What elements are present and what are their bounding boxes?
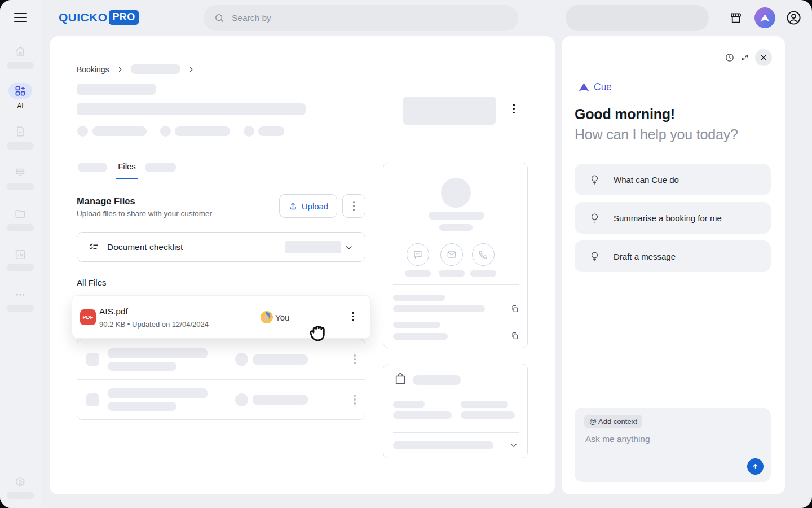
- chip-skeleton: [244, 126, 254, 137]
- sidebar-skeleton: [7, 142, 34, 150]
- file-row-skeleton[interactable]: [77, 339, 365, 379]
- chevron-right-icon: [117, 66, 123, 73]
- file-name-skeleton: [108, 348, 208, 358]
- copy-button[interactable]: [510, 304, 519, 313]
- contact-divider: [393, 284, 519, 285]
- message-action-button[interactable]: [407, 243, 429, 266]
- copy-icon: [510, 331, 519, 340]
- sidebar-item-ai-label: AI: [0, 102, 41, 110]
- history-icon[interactable]: [725, 52, 735, 63]
- breadcrumb-bookings[interactable]: Bookings: [77, 65, 109, 74]
- value-skeleton: [461, 411, 515, 419]
- upload-button-label: Upload: [302, 202, 329, 211]
- email-action-button[interactable]: [440, 243, 463, 266]
- card-divider: [393, 432, 519, 433]
- header-kebab-menu[interactable]: [513, 104, 515, 113]
- suggestion-what-can-cue-do[interactable]: What can Cue do: [575, 164, 771, 195]
- storefront-icon[interactable]: [729, 11, 743, 25]
- close-button[interactable]: [755, 49, 772, 66]
- cue-logo-icon: [579, 83, 589, 92]
- title-skeleton: [77, 84, 156, 95]
- document-check-icon[interactable]: [14, 125, 27, 138]
- manage-files-title: Manage Files: [77, 196, 135, 207]
- search-icon: [214, 12, 225, 24]
- contact-card: [383, 163, 528, 348]
- action-label-skeleton: [470, 270, 496, 277]
- search-bar[interactable]: [204, 5, 518, 31]
- home-icon[interactable]: [14, 45, 27, 58]
- active-tab-underline: [116, 178, 138, 179]
- file-owner-label: You: [275, 313, 289, 322]
- topbar-skeleton: [566, 5, 709, 31]
- sidebar-skeleton: [7, 183, 34, 190]
- cue-assistant-panel: Cue Good morning! How can I help you tod…: [562, 36, 785, 494]
- file-kebab-menu[interactable]: [354, 395, 356, 404]
- upload-button[interactable]: Upload: [279, 194, 337, 218]
- file-meta: 90.2 KB • Updated on 12/04/2024: [99, 320, 209, 329]
- breadcrumb: Bookings: [77, 64, 195, 74]
- cue-message-input[interactable]: [584, 433, 744, 445]
- card-title-skeleton: [413, 375, 461, 385]
- search-input[interactable]: [231, 12, 508, 24]
- suggestion-draft-message[interactable]: Draft a message: [575, 240, 771, 272]
- cue-composer[interactable]: @ Add context: [575, 408, 771, 482]
- value-skeleton: [393, 411, 452, 419]
- file-icon-skeleton: [86, 353, 99, 366]
- tab-files[interactable]: Files: [116, 161, 138, 171]
- tab-skeleton[interactable]: [78, 163, 107, 172]
- cue-brand: Cue: [579, 81, 612, 93]
- chevron-down-icon[interactable]: [345, 243, 353, 252]
- account-icon[interactable]: [785, 9, 802, 27]
- file-name: AIS.pdf: [99, 306, 128, 317]
- label-skeleton: [461, 401, 508, 408]
- app-logo[interactable]: QUICKO PRO: [59, 10, 139, 25]
- chat-icon: [412, 249, 423, 260]
- action-skeleton: [403, 97, 496, 125]
- phone-icon: [478, 249, 489, 260]
- owner-avatar: [261, 311, 273, 323]
- hamburger-menu-icon[interactable]: [14, 13, 27, 22]
- lightbulb-icon: [589, 251, 600, 262]
- contact-name-skeleton: [429, 212, 484, 220]
- checklist-icon: [89, 242, 99, 252]
- all-files-label: All Files: [77, 278, 107, 287]
- sidebar-skeleton: [7, 62, 34, 69]
- settings-gear-icon[interactable]: [14, 475, 27, 489]
- terminal-card-icon[interactable]: [14, 165, 27, 179]
- phone-action-button[interactable]: [472, 243, 495, 266]
- breadcrumb-skeleton: [131, 64, 180, 74]
- suggestion-label: Draft a message: [614, 252, 676, 261]
- mail-icon: [446, 249, 457, 260]
- cue-brand-name: Cue: [594, 81, 612, 93]
- file-kebab-menu[interactable]: [354, 354, 356, 364]
- suggestion-summarise-booking[interactable]: Summarise a booking for me: [575, 202, 771, 234]
- sidebar-skeleton: [7, 305, 34, 312]
- upload-kebab-button[interactable]: [342, 194, 365, 218]
- sidebar-item-ai[interactable]: [8, 83, 32, 99]
- chip-skeleton: [258, 126, 284, 136]
- file-kebab-menu[interactable]: [352, 312, 354, 321]
- ai-grid-sparkle-icon: [15, 85, 26, 97]
- folder-icon[interactable]: [14, 207, 27, 221]
- file-row-skeleton[interactable]: [77, 379, 365, 419]
- chart-icon[interactable]: [14, 248, 27, 261]
- copy-icon: [510, 304, 519, 313]
- owner-name-skeleton: [253, 354, 308, 365]
- file-meta-skeleton: [108, 362, 176, 371]
- tab-skeleton[interactable]: [145, 163, 176, 172]
- copy-button[interactable]: [510, 331, 519, 340]
- send-button[interactable]: [747, 458, 764, 475]
- cue-avatar-button[interactable]: [754, 7, 775, 28]
- add-context-chip[interactable]: @ Add context: [584, 415, 642, 428]
- shopping-bag-icon: [394, 371, 407, 387]
- cursor-grab-icon: [306, 319, 331, 345]
- field-label-skeleton: [393, 322, 440, 328]
- field-value-skeleton: [393, 305, 485, 312]
- pdf-file-icon: PDF: [80, 309, 96, 325]
- chevron-down-icon[interactable]: [510, 441, 518, 449]
- more-ellipsis-icon[interactable]: [14, 288, 27, 301]
- file-rows-loading: [77, 339, 365, 420]
- expand-icon[interactable]: [740, 53, 749, 62]
- document-checklist-row[interactable]: Document checklist: [77, 232, 365, 262]
- suggestion-label: What can Cue do: [614, 175, 679, 185]
